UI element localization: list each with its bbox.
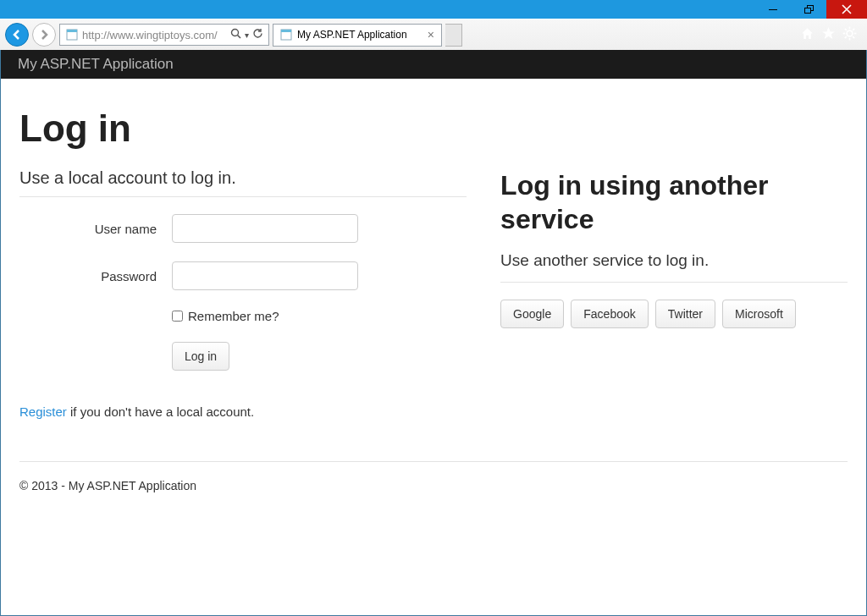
divider — [500, 282, 848, 283]
register-line: Register if you don't have a local accou… — [19, 404, 467, 419]
window-titlebar — [0, 0, 867, 19]
provider-microsoft-button[interactable]: Microsoft — [722, 300, 796, 328]
svg-line-13 — [853, 28, 854, 30]
address-bar[interactable]: ▾ — [59, 24, 269, 46]
username-label: User name — [19, 222, 172, 236]
svg-rect-1 — [67, 30, 77, 32]
forward-button[interactable] — [32, 23, 56, 47]
svg-line-3 — [238, 36, 241, 39]
submit-row: Log in — [19, 342, 467, 371]
external-login-section: Log in using another service Use another… — [500, 168, 848, 444]
url-input[interactable] — [82, 25, 227, 44]
external-providers: Google Facebook Twitter Microsoft — [500, 300, 848, 328]
password-input[interactable] — [172, 261, 358, 290]
provider-google-button[interactable]: Google — [500, 300, 564, 328]
navbar-brand[interactable]: My ASP.NET Application — [18, 56, 174, 73]
page-icon — [65, 28, 79, 41]
favorites-icon[interactable] — [821, 26, 836, 44]
new-tab-button[interactable] — [445, 24, 462, 47]
browser-tab[interactable]: My ASP.NET Application × — [273, 24, 442, 47]
username-row: User name — [19, 214, 467, 243]
external-login-subtitle: Use another service to log in. — [500, 251, 848, 270]
svg-line-12 — [853, 36, 854, 38]
remember-row: Remember me? — [19, 309, 467, 323]
address-bar-tools: ▾ — [227, 28, 267, 41]
register-link[interactable]: Register — [19, 404, 67, 419]
window-close-button[interactable] — [826, 0, 867, 19]
local-login-subtitle: Use a local account to log in. — [19, 168, 467, 188]
remember-label[interactable]: Remember me? — [183, 309, 279, 323]
refresh-icon[interactable] — [252, 28, 263, 41]
tab-close-icon[interactable]: × — [428, 28, 434, 41]
tab-title: My ASP.NET Application — [297, 29, 407, 41]
provider-twitter-button[interactable]: Twitter — [655, 300, 715, 328]
remember-checkbox[interactable] — [172, 311, 183, 322]
home-icon[interactable] — [800, 26, 815, 44]
favicon-icon — [280, 29, 292, 41]
window-restore-button[interactable] — [791, 0, 826, 19]
svg-point-2 — [232, 30, 239, 36]
window-minimize-button[interactable] — [755, 0, 791, 19]
footer-divider — [19, 461, 848, 462]
external-login-heading: Log in using another service — [500, 168, 848, 236]
arrow-right-icon — [38, 29, 50, 41]
login-button[interactable]: Log in — [172, 342, 229, 371]
local-login-section: Use a local account to log in. User name… — [19, 168, 467, 444]
close-icon — [842, 4, 852, 14]
site-navbar: My ASP.NET Application — [1, 50, 866, 79]
page-viewport: My ASP.NET Application Log in Use a loca… — [0, 50, 867, 616]
svg-line-14 — [845, 36, 847, 38]
back-button[interactable] — [5, 23, 29, 47]
search-icon[interactable] — [230, 28, 241, 41]
page-title: Log in — [19, 107, 848, 150]
tools-icon[interactable] — [842, 26, 857, 44]
browser-window: ▾ My ASP.NET Application × — [0, 0, 867, 616]
svg-rect-5 — [281, 30, 291, 32]
password-row: Password — [19, 261, 467, 290]
password-label: Password — [19, 269, 172, 283]
provider-facebook-button[interactable]: Facebook — [571, 300, 648, 328]
register-tail: if you don't have a local account. — [67, 404, 254, 419]
svg-point-6 — [847, 30, 853, 36]
footer-text: © 2013 - My ASP.NET Application — [19, 479, 848, 492]
page-container: Log in Use a local account to log in. Us… — [1, 79, 866, 509]
browser-command-icons — [800, 26, 862, 44]
svg-line-11 — [845, 28, 847, 30]
url-dropdown-icon[interactable]: ▾ — [245, 30, 249, 40]
arrow-left-icon — [11, 29, 23, 41]
browser-toolbar: ▾ My ASP.NET Application × — [0, 19, 867, 50]
divider — [19, 196, 467, 197]
username-input[interactable] — [172, 214, 358, 243]
